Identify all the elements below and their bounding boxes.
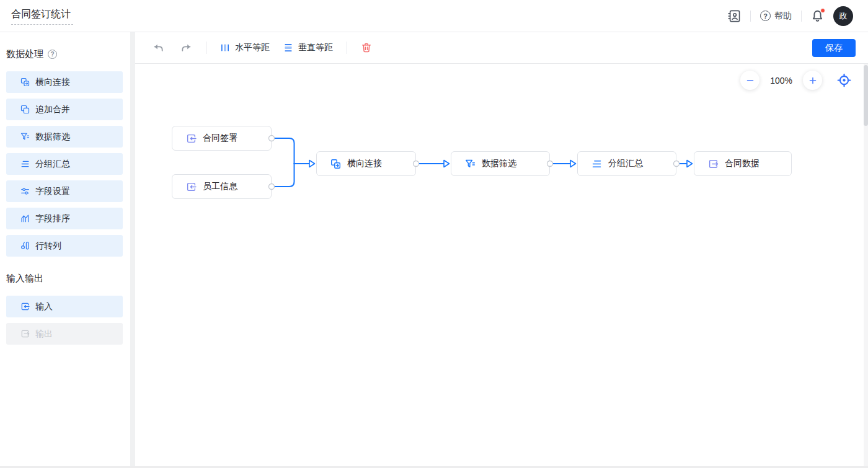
node-label: 合同数据	[725, 158, 760, 169]
input-icon	[186, 182, 197, 192]
field-settings-icon	[20, 187, 30, 196]
section-title: 输入输出	[6, 273, 43, 285]
toolbar-divider	[347, 42, 347, 54]
section-title: 数据处理	[6, 48, 43, 60]
input-icon	[20, 302, 30, 311]
node-label: 员工信息	[203, 181, 237, 192]
zoom-controls: 100%	[740, 71, 851, 90]
sidebar-item-label: 分组汇总	[35, 159, 70, 170]
horizontal-spacing-icon	[220, 43, 230, 53]
output-icon	[20, 329, 30, 338]
horizontal-spacing-button[interactable]: 水平等距	[220, 42, 270, 53]
node-label: 分组汇总	[608, 158, 643, 169]
sidebar-item-filter[interactable]: 数据筛选	[6, 126, 123, 148]
filter-icon	[465, 159, 476, 169]
flow-canvas[interactable]: 100% 合同签署	[135, 64, 868, 468]
avatar[interactable]: 政	[833, 6, 853, 26]
sidebar-item-label: 输出	[35, 329, 53, 340]
sidebar-item-label: 追加合并	[35, 104, 70, 115]
zoom-in-button[interactable]	[803, 71, 822, 90]
notifications-button[interactable]	[811, 9, 824, 22]
node-label: 合同签署	[203, 133, 237, 144]
row-to-column-icon	[20, 241, 30, 250]
group-summary-icon	[591, 159, 602, 169]
section-help-icon[interactable]: ?	[48, 50, 57, 59]
zoom-out-button[interactable]	[740, 71, 760, 90]
input-icon	[186, 133, 197, 144]
horizontal-spacing-label: 水平等距	[235, 42, 270, 53]
sidebar-divider	[130, 32, 135, 468]
sidebar-item-append-merge[interactable]: 追加合并	[6, 99, 123, 120]
flow-node-filter[interactable]: 数据筛选	[451, 151, 550, 176]
header-divider	[750, 11, 751, 22]
redo-icon	[180, 42, 192, 54]
help-icon: ?	[760, 11, 771, 21]
sidebar-item-input[interactable]: 输入	[6, 296, 123, 317]
field-sort-icon	[20, 214, 30, 223]
group-summary-icon	[20, 159, 30, 169]
fit-view-button[interactable]	[837, 73, 851, 87]
sidebar-item-row-to-column[interactable]: 行转列	[6, 235, 123, 257]
node-label: 横向连接	[347, 158, 382, 169]
canvas-toolbar: 水平等距 垂直等距 保存	[135, 32, 868, 64]
sidebar-item-label: 字段设置	[35, 186, 70, 197]
edge-arrowhead	[309, 161, 315, 167]
vertical-spacing-button[interactable]: 垂直等距	[283, 42, 333, 53]
flow-node-output-contract-data[interactable]: 合同数据	[694, 151, 792, 176]
join-icon	[20, 77, 30, 87]
sidebar-item-join[interactable]: 横向连接	[6, 71, 123, 93]
edge-arrowhead	[444, 161, 450, 167]
header-actions: ? 帮助 政	[727, 6, 853, 26]
vertical-spacing-label: 垂直等距	[298, 42, 333, 53]
sidebar-section-data-processing: 数据处理 ?	[6, 48, 130, 60]
edge-employee-to-join	[272, 164, 294, 187]
trash-icon	[361, 42, 372, 53]
edge-arrowhead	[570, 161, 576, 167]
toolbar-divider	[206, 42, 206, 54]
undo-icon	[153, 42, 164, 54]
plus-icon	[808, 76, 817, 85]
help-label: 帮助	[774, 11, 792, 22]
flow-node-join[interactable]: 横向连接	[316, 151, 416, 176]
flow-node-group-summary[interactable]: 分组汇总	[577, 151, 676, 176]
sidebar-item-label: 横向连接	[35, 77, 70, 88]
zoom-level: 100%	[770, 76, 792, 86]
sidebar-section-input-output: 输入输出	[6, 273, 130, 285]
target-icon	[837, 73, 851, 87]
filter-icon	[20, 132, 30, 141]
vertical-spacing-icon	[283, 43, 293, 53]
minus-icon	[746, 76, 755, 85]
page-title[interactable]: 合同签订统计	[11, 7, 73, 25]
sidebar: 数据处理 ? 横向连接 追加合并 数据筛选	[0, 32, 130, 466]
sidebar-item-label: 字段排序	[35, 213, 70, 224]
flow-node-input-employee[interactable]: 员工信息	[172, 174, 272, 199]
help-button[interactable]: ? 帮助	[760, 11, 792, 22]
edge-contract-to-join	[272, 138, 294, 164]
flow-node-input-contract[interactable]: 合同签署	[172, 126, 272, 151]
app-header: 合同签订统计 ? 帮助 政	[0, 0, 868, 32]
sidebar-item-field-settings[interactable]: 字段设置	[6, 180, 123, 202]
sidebar-item-group-summary[interactable]: 分组汇总	[6, 153, 123, 175]
vertical-scrollbar-thumb[interactable]	[864, 65, 868, 126]
sidebar-item-label: 输入	[35, 301, 53, 312]
delete-button[interactable]	[361, 42, 372, 53]
append-merge-icon	[20, 105, 30, 114]
redo-button[interactable]	[180, 42, 192, 54]
join-icon	[330, 159, 341, 169]
save-button[interactable]: 保存	[812, 39, 856, 57]
sidebar-item-label: 数据筛选	[35, 131, 70, 143]
contacts-icon[interactable]	[727, 9, 741, 23]
sidebar-item-label: 行转列	[35, 241, 61, 252]
edge-layer	[135, 64, 868, 468]
output-icon	[708, 159, 719, 169]
undo-button[interactable]	[153, 42, 164, 54]
header-divider	[801, 11, 802, 22]
sidebar-item-field-sort[interactable]: 字段排序	[6, 208, 123, 229]
edge-arrowhead	[687, 161, 693, 167]
main-area: 水平等距 垂直等距 保存	[135, 32, 868, 468]
node-label: 数据筛选	[482, 158, 516, 169]
notification-badge	[820, 8, 825, 13]
sidebar-item-output: 输出	[6, 323, 123, 345]
